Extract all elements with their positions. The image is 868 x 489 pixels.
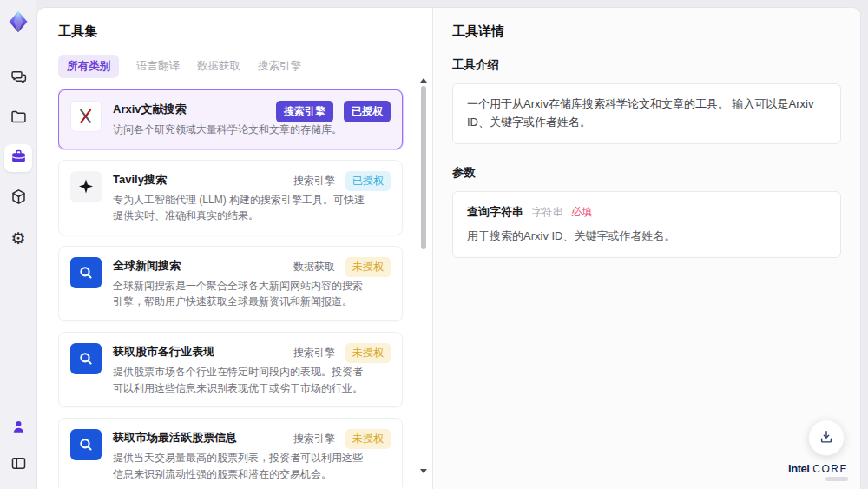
tool-meta: 搜索引擎 未授权 <box>293 429 391 449</box>
sidebar-item-chat[interactable] <box>4 64 32 92</box>
tool-category-badge: 搜索引擎 <box>293 432 335 446</box>
scrollbar-down-arrow[interactable] <box>420 469 427 473</box>
sidebar-item-settings[interactable]: ⚙ <box>4 224 32 252</box>
intel-core-logo: intelcore <box>788 462 848 481</box>
app-window: ⚙ 工具集 所有类别语言翻译数据获取搜索引擎 Arxiv文献搜索 访问各个研究领… <box>0 0 868 489</box>
param-header: 查询字符串 字符串 必填 <box>467 203 826 221</box>
tool-category-badge: 搜索引擎 <box>276 101 333 122</box>
tool-details-pane: 工具详情 工具介绍 一个用于从Arxiv存储库搜索科学论文和文章的工具。 输入可… <box>433 8 860 489</box>
tool-meta: 搜索引擎 未授权 <box>293 343 391 363</box>
tool-auth-badge: 未授权 <box>345 257 391 277</box>
tool-auth-badge: 未授权 <box>345 429 391 449</box>
tool-description: 专为人工智能代理 (LLM) 构建的搜索引擎工具。可快速提供实时、准确和真实的结… <box>113 192 366 224</box>
tool-card[interactable]: 全球新闻搜索 全球新闻搜索是一个聚合全球各大新闻网站内容的搜索引擎，帮助用户快速… <box>58 246 403 321</box>
sidebar-item-packages[interactable] <box>4 184 32 212</box>
tool-auth-badge: 已授权 <box>344 101 391 122</box>
app-logo-icon <box>6 9 30 35</box>
sidebar-item-collapse[interactable] <box>4 451 32 479</box>
folder-icon <box>10 108 28 129</box>
intro-text-box: 一个用于从Arxiv存储库搜索科学论文和文章的工具。 输入可以是Arxiv ID… <box>452 83 841 144</box>
briefcase-icon <box>10 148 28 169</box>
tool-icon <box>70 429 102 460</box>
toolset-pane: 工具集 所有类别语言翻译数据获取搜索引擎 Arxiv文献搜索 访问各个研究领域大… <box>37 8 433 489</box>
cube-icon <box>10 188 28 208</box>
param-box: 查询字符串 字符串 必填 用于搜索的Arxiv ID、关键字或作者姓名。 <box>452 191 841 259</box>
scrollbar-thumb[interactable] <box>421 86 426 249</box>
chat-icon <box>10 68 28 89</box>
tab-data-fetch[interactable]: 数据获取 <box>197 55 240 78</box>
tool-description: 全球新闻搜索是一个聚合全球各大新闻网站内容的搜索引擎，帮助用户快速获取全球最新资… <box>113 278 366 310</box>
tool-icon <box>70 257 102 288</box>
param-type: 字符串 <box>532 206 563 218</box>
tool-category-badge: 搜索引擎 <box>293 174 335 188</box>
main-panel: 工具集 所有类别语言翻译数据获取搜索引擎 Arxiv文献搜索 访问各个研究领域大… <box>36 7 861 489</box>
tool-meta: 搜索引擎 已授权 <box>293 171 391 191</box>
details-title: 工具详情 <box>452 23 841 40</box>
intro-heading: 工具介绍 <box>452 57 841 73</box>
tool-meta: 数据获取 未授权 <box>293 257 391 277</box>
tool-auth-badge: 未授权 <box>345 343 391 363</box>
avatar-icon <box>10 418 28 439</box>
intel-wordmark: intel <box>788 462 809 475</box>
tool-card[interactable]: 获取股市各行业表现 提供股票市场各个行业在特定时间段内的表现。投资者可以利用这些… <box>58 332 403 407</box>
intel-logo-subtext <box>825 477 848 481</box>
tool-category-badge: 数据获取 <box>293 260 335 274</box>
download-icon <box>818 428 835 448</box>
tool-icon <box>70 101 102 132</box>
tool-icon <box>70 171 102 202</box>
params-heading: 参数 <box>452 165 841 181</box>
tool-auth-badge: 已授权 <box>345 171 391 191</box>
tool-icon <box>70 343 102 374</box>
category-tabs: 所有类别语言翻译数据获取搜索引擎 <box>58 55 413 78</box>
tab-translation[interactable]: 语言翻译 <box>136 55 180 78</box>
sidebar-item-toolset[interactable] <box>4 144 32 172</box>
param-description: 用于搜索的Arxiv ID、关键字或作者姓名。 <box>467 228 826 246</box>
param-name: 查询字符串 <box>467 205 523 218</box>
sidebar: ⚙ <box>0 0 36 489</box>
tool-meta: 搜索引擎 已授权 <box>276 101 391 122</box>
core-wordmark: core <box>812 463 848 475</box>
tool-card[interactable]: Arxiv文献搜索 访问各个研究领域大量科学论文和文章的存储库。 搜索引擎 已授… <box>58 89 403 149</box>
download-button[interactable] <box>808 420 845 456</box>
page-title: 工具集 <box>58 23 413 40</box>
scrollbar-track[interactable] <box>421 86 426 465</box>
tab-search-engine[interactable]: 搜索引擎 <box>258 55 301 78</box>
tool-description: 访问各个研究领域大量科学论文和文章的存储库。 <box>113 122 366 138</box>
gear-icon: ⚙ <box>10 230 25 247</box>
sidebar-nav: ⚙ <box>4 64 32 252</box>
tool-description: 提供股票市场各个行业在特定时间段内的表现。投资者可以利用这些信息来识别表现优于或… <box>113 364 366 396</box>
tool-card[interactable]: Tavily搜索 专为人工智能代理 (LLM) 构建的搜索引擎工具。可快速提供实… <box>58 160 403 235</box>
sidebar-item-files[interactable] <box>4 104 32 132</box>
panel-collapse-icon <box>10 454 28 475</box>
tool-category-badge: 搜索引擎 <box>293 346 335 360</box>
tool-list: Arxiv文献搜索 访问各个研究领域大量科学论文和文章的存储库。 搜索引擎 已授… <box>58 89 413 487</box>
tool-card[interactable]: 获取市场最活跃股票信息 提供当天交易量最高的股票列表，投资者可以利用这些信息来识… <box>58 418 403 487</box>
tab-all-categories[interactable]: 所有类别 <box>58 55 119 78</box>
param-required-badge: 必填 <box>571 206 592 218</box>
sidebar-bottom <box>4 414 32 479</box>
scrollbar-up-arrow[interactable] <box>420 78 427 83</box>
sidebar-item-profile[interactable] <box>4 414 32 442</box>
tool-description: 提供当天交易量最高的股票列表，投资者可以利用这些信息来识别流动性强的股票和潜在的… <box>113 450 366 482</box>
